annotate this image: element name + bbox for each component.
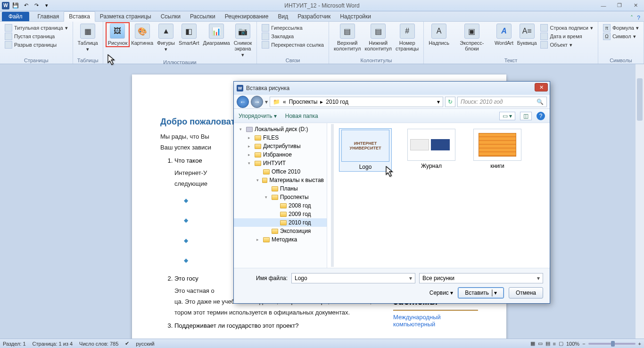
nav-dd-icon[interactable]: ▾ [265, 99, 268, 105]
tree-item[interactable]: 2008 год [234, 201, 327, 210]
zoom-in-button[interactable]: + [638, 341, 641, 347]
tab-home[interactable]: Главная [33, 12, 64, 21]
tree-item[interactable]: ▾ИНТУИТ [234, 159, 327, 167]
close-button[interactable]: ✕ [630, 2, 641, 9]
file-list[interactable]: ИНТЕРНЕТ УНИВЕРСИТЕТ Logo Журнал книги [327, 123, 550, 268]
screenshot-button[interactable]: 📷Снимок экрана▾ [232, 23, 254, 59]
wordart-button[interactable]: AWordArt [493, 23, 515, 47]
tools-button[interactable]: Сервис ▾ [429, 290, 453, 296]
tab-addins[interactable]: Надстройки [335, 12, 376, 21]
search-icon[interactable]: 🔍 [537, 99, 544, 105]
tree-item[interactable]: Планы [234, 184, 327, 193]
save-icon[interactable]: 💾 [11, 1, 20, 10]
cover-page-button[interactable]: Титульная страница ▾ [5, 24, 68, 32]
status-proof-icon[interactable]: ✔ [125, 340, 129, 347]
header-button[interactable]: ▤Верхний колонтитул [332, 23, 363, 52]
symbol-button[interactable]: ΩСимвол ▾ [603, 33, 639, 40]
breadcrumb[interactable]: 📁 « Проспекты ▸ 2010 год ▾ [270, 97, 443, 107]
file-item-journal[interactable]: Журнал [405, 129, 457, 169]
datetime-button[interactable]: Дата и время [540, 33, 593, 40]
maximize-button[interactable]: ❐ [614, 2, 625, 9]
refresh-button[interactable]: ↻ [445, 97, 455, 107]
status-section[interactable]: Раздел: 1 [3, 341, 26, 347]
vertical-scrollbar[interactable] [636, 64, 644, 339]
status-words[interactable]: Число слов: 785 [79, 341, 118, 347]
chart-button[interactable]: 📊Диаграмма [201, 23, 231, 47]
tree-item[interactable]: Office 2010 [234, 167, 327, 176]
scroll-thumb[interactable] [637, 78, 643, 121]
tab-layout[interactable]: Разметка страницы [95, 12, 156, 21]
tree-item[interactable]: Экспозиция [234, 227, 327, 235]
view-outline-icon[interactable]: ≡ [553, 341, 556, 347]
redo-icon[interactable]: ↷ [32, 1, 41, 10]
crumb-dd-icon[interactable]: ▾ [437, 99, 440, 105]
crossref-button[interactable]: Перекрестная ссылка [262, 41, 324, 49]
tab-review[interactable]: Рецензирование [220, 12, 273, 21]
zoom-slider[interactable] [588, 343, 636, 345]
shapes-button[interactable]: ▲Фигуры▾ [155, 23, 177, 53]
files-scrollbar[interactable] [331, 124, 334, 267]
object-button[interactable]: Объект ▾ [540, 41, 593, 49]
clipart-button[interactable]: 🎨Картинка [129, 23, 155, 47]
blank-page-button[interactable]: Пустая страница [5, 33, 68, 40]
help-icon[interactable]: ? [537, 112, 545, 120]
picture-button[interactable]: 🖼Рисунок [106, 23, 130, 47]
minimize-ribbon-icon[interactable]: ˄ [630, 15, 633, 21]
page-number-button[interactable]: #Номер страницы [394, 23, 421, 52]
crumb-1[interactable]: Проспекты [289, 99, 318, 105]
filename-input[interactable]: Logo [291, 273, 415, 283]
tree-item[interactable]: ▸Методика [234, 235, 327, 244]
organize-button[interactable]: Упорядочить ▾ [239, 113, 277, 119]
view-web-icon[interactable]: ▤ [545, 340, 550, 347]
crumb-2[interactable]: 2010 год [326, 99, 348, 105]
tree-item-selected[interactable]: 2010 год [234, 218, 327, 227]
hyperlink-button[interactable]: Гиперссылка [262, 24, 324, 32]
preview-button[interactable]: ◫ [520, 112, 532, 120]
tree-item[interactable]: 2009 год [234, 210, 327, 218]
tab-references[interactable]: Ссылки [156, 12, 185, 21]
file-filter[interactable]: Все рисунки [419, 273, 543, 283]
back-button[interactable]: ← [237, 96, 249, 108]
textbox-button[interactable]: AНадпись [427, 23, 451, 47]
table-button[interactable]: ▦Таблица▾ [76, 23, 100, 53]
tab-insert[interactable]: Вставка [64, 11, 95, 22]
equation-button[interactable]: πФормула ▾ [603, 24, 639, 32]
quickparts-button[interactable]: ▣Экспресс-блоки [451, 23, 493, 52]
view-read-icon[interactable]: ▭ [538, 340, 543, 347]
view-button[interactable]: ▭ ▾ [499, 112, 515, 120]
search-input[interactable]: Поиск: 2010 год 🔍 [457, 97, 547, 107]
forward-button[interactable]: → [251, 96, 263, 108]
tab-developer[interactable]: Разработчик [293, 12, 335, 21]
tree-item[interactable]: ▸FILES [234, 133, 327, 142]
tree-item[interactable]: ▸Избранное [234, 150, 327, 159]
tree-item[interactable]: ▾Проспекты [234, 193, 327, 201]
cancel-button[interactable]: Отмена [509, 287, 543, 298]
bookmark-button[interactable]: Закладка [262, 33, 324, 40]
status-lang[interactable]: русский [136, 341, 154, 347]
zoom-out-button[interactable]: − [582, 341, 585, 347]
tab-mailings[interactable]: Рассылки [185, 12, 220, 21]
page-break-button[interactable]: Разрыв страницы [5, 41, 68, 49]
help-icon[interactable]: ? [637, 15, 640, 21]
signature-button[interactable]: Строка подписи ▾ [540, 24, 593, 32]
view-draft-icon[interactable]: ▢ [559, 340, 563, 347]
tree-item[interactable]: ▾Материалы к выстав [234, 176, 327, 184]
dialog-close-button[interactable]: ✕ [535, 83, 548, 91]
status-page[interactable]: Страница: 1 из 4 [33, 341, 73, 347]
folder-tree[interactable]: ▾Локальный диск (D:) ▸FILES ▸Дистрибутив… [234, 123, 327, 268]
new-folder-button[interactable]: Новая папка [285, 113, 318, 119]
file-item-books[interactable]: книги [471, 129, 523, 169]
tree-item[interactable]: ▸Дистрибутивы [234, 142, 327, 150]
insert-button[interactable]: Вставить │▾ [458, 287, 504, 298]
file-item-logo[interactable]: ИНТЕРНЕТ УНИВЕРСИТЕТ Logo [339, 129, 391, 171]
view-print-icon[interactable]: ▦ [530, 340, 535, 347]
tab-view[interactable]: Вид [273, 12, 293, 21]
tree-drive[interactable]: ▾Локальный диск (D:) [234, 125, 327, 133]
minimize-button[interactable]: — [598, 2, 609, 9]
smartart-button[interactable]: ◧SmartArt [177, 23, 201, 47]
undo-icon[interactable]: ↶ [22, 1, 30, 10]
footer-button[interactable]: ▤Нижний колонтитул [363, 23, 394, 52]
file-tab[interactable]: Файл [2, 12, 29, 21]
dropcap-button[interactable]: A≡Буквица [515, 23, 538, 47]
qat-more-icon[interactable]: ▾ [42, 1, 51, 10]
